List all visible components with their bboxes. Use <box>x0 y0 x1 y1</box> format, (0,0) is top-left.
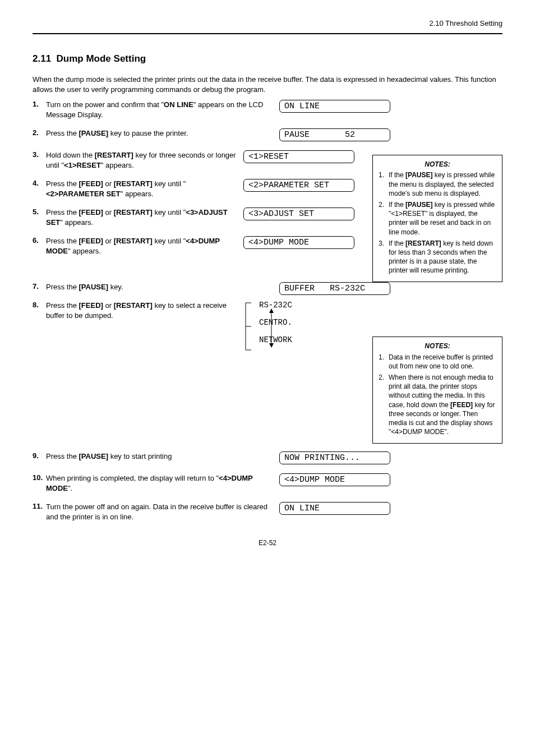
step-text: Press the [PAUSE] key to pause the print… <box>46 128 279 139</box>
step-9: 9. Press the [PAUSE] key to start printi… <box>33 451 502 464</box>
select-option: RS-232C <box>259 301 292 310</box>
note-item: 1.If the [PAUSE] key is pressed while th… <box>379 170 496 198</box>
step-number: 10. <box>33 473 46 482</box>
section-title-text: Dump Mode Setting <box>57 53 146 64</box>
step-5: 5. Press the [FEED] or [RESTART] key unt… <box>33 208 372 227</box>
section-title: 2.11 Dump Mode Setting <box>33 53 502 64</box>
lcd-display: NOW PRINTING... <box>279 451 390 464</box>
step-number: 8. <box>33 301 46 353</box>
lcd-display: ON LINE <box>279 100 390 113</box>
note-box-1: NOTES: 1.If the [PAUSE] key is pressed w… <box>372 155 502 282</box>
intro-paragraph: When the dump mode is selected the print… <box>33 75 502 94</box>
note-title: NOTES: <box>379 342 496 351</box>
step-4: 4. Press the [FEED] or [RESTART] key unt… <box>33 179 372 199</box>
step-number: 6. <box>33 236 46 245</box>
note-item: 3.If the [RESTART] key is held down for … <box>379 239 496 275</box>
step-number: 1. <box>33 100 46 108</box>
select-options-diagram: RS-232C CENTRO. NETWORK <box>243 301 372 353</box>
step-number: 2. <box>33 128 46 137</box>
steps-area: 1. Turn on the power and confirm that "O… <box>33 100 502 522</box>
step-6: 6. Press the [FEED] or [RESTART] key unt… <box>33 236 372 256</box>
step-number: 7. <box>33 282 46 291</box>
lcd-display: <2>PARAMETER SET <box>243 179 354 192</box>
step-text: Press the [FEED] or [RESTART] key to sel… <box>46 301 243 353</box>
lcd-display: <4>DUMP MODE <box>243 236 354 249</box>
step-text: Press the [FEED] or [RESTART] key until … <box>46 236 243 256</box>
select-option: NETWORK <box>259 335 292 344</box>
step-text: When printing is completed, the display … <box>46 473 279 493</box>
step-3: 3. Hold down the [RESTART] key for three… <box>33 150 372 170</box>
bracket-icon <box>243 302 252 351</box>
step-text: Turn on the power and confirm that "ON L… <box>46 100 279 119</box>
lcd-display: ON LINE <box>279 502 390 515</box>
select-option: CENTRO. <box>259 318 292 327</box>
note-item: 1.Data in the receive buffer is printed … <box>379 353 496 371</box>
note-item: 2.When there is not enough media to prin… <box>379 373 496 436</box>
step-2: 2. Press the [PAUSE] key to pause the pr… <box>33 128 502 141</box>
note-box-2: NOTES: 1.Data in the receive buffer is p… <box>372 336 502 444</box>
lcd-display: PAUSE 52 <box>279 128 390 141</box>
step-7: 7. Press the [PAUSE] key. BUFFER RS-232C <box>33 282 502 295</box>
step-text: Press the [PAUSE] key. <box>46 282 279 292</box>
page-header-right: 2.10 Threshold Setting <box>33 19 502 27</box>
step-number: 5. <box>33 208 46 216</box>
step-text: Press the [FEED] or [RESTART] key until … <box>46 179 243 199</box>
step-text: Press the [PAUSE] key to start printing <box>46 451 279 462</box>
section-number: 2.11 <box>33 53 51 64</box>
lcd-display: <3>ADJUST SET <box>243 208 354 220</box>
note-item: 2.If the [PAUSE] key is pressed while "<… <box>379 200 496 237</box>
page-number: E2-52 <box>33 539 502 547</box>
step-text: Hold down the [RESTART] key for three se… <box>46 150 243 170</box>
step-number: 9. <box>33 451 46 460</box>
step-number: 3. <box>33 150 46 159</box>
step-text: Press the [FEED] or [RESTART] key until … <box>46 208 243 227</box>
note-title: NOTES: <box>379 160 496 169</box>
step-10: 10. When printing is completed, the disp… <box>33 473 502 493</box>
lcd-display: <1>RESET <box>243 150 354 163</box>
step-1: 1. Turn on the power and confirm that "O… <box>33 100 502 119</box>
step-text: Turn the power off and on again. Data in… <box>46 502 279 522</box>
step-number: 4. <box>33 179 46 187</box>
step-11: 11. Turn the power off and on again. Dat… <box>33 502 502 522</box>
lcd-display: <4>DUMP MODE <box>279 473 390 486</box>
step-number: 11. <box>33 502 46 510</box>
header-rule <box>33 33 502 34</box>
lcd-display: BUFFER RS-232C <box>279 282 390 295</box>
